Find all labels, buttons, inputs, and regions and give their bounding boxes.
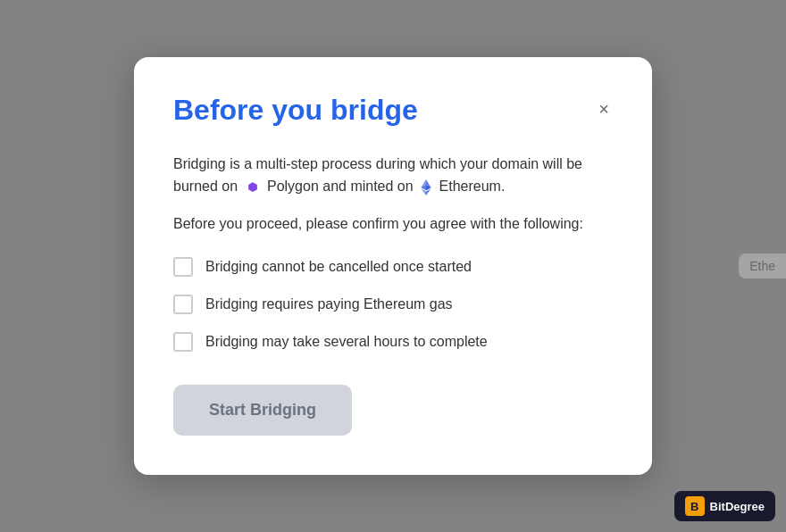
description-end: . xyxy=(501,179,505,194)
modal-dialog: Before you bridge × Bridging is a multi-… xyxy=(134,57,652,474)
modal-title: Before you bridge xyxy=(173,93,418,127)
checkbox-label-1: Bridging cannot be cancelled once starte… xyxy=(205,257,472,277)
checkbox-item-1[interactable]: Bridging cannot be cancelled once starte… xyxy=(173,257,613,277)
polygon-icon xyxy=(245,179,261,195)
checkbox-2[interactable] xyxy=(173,295,193,314)
description-text: Bridging is a multi-step process during … xyxy=(173,153,613,198)
checkbox-item-3[interactable]: Bridging may take several hours to compl… xyxy=(173,332,613,352)
close-button[interactable]: × xyxy=(595,96,613,121)
description-part2: and minted on xyxy=(322,179,417,194)
checkbox-label-2: Bridging requires paying Ethereum gas xyxy=(205,295,453,314)
bitdegree-label: BitDegree xyxy=(710,500,765,513)
ethereum-icon xyxy=(420,179,432,195)
bitdegree-badge: B BitDegree xyxy=(674,491,775,521)
ethereum-name: Ethereum xyxy=(439,179,501,194)
ethereum-icon-wrapper xyxy=(420,179,432,195)
checkboxes-container: Bridging cannot be cancelled once starte… xyxy=(173,257,613,353)
checkbox-label-3: Bridging may take several hours to compl… xyxy=(205,332,488,352)
polygon-name: Polygon xyxy=(267,179,319,194)
checkbox-3[interactable] xyxy=(173,332,193,352)
checkbox-1[interactable] xyxy=(173,257,193,277)
bitdegree-icon: B xyxy=(685,496,705,516)
modal-header: Before you bridge × xyxy=(173,93,613,127)
checkbox-item-2[interactable]: Bridging requires paying Ethereum gas xyxy=(173,295,613,314)
polygon-icon-wrapper xyxy=(245,179,261,195)
confirm-text: Before you proceed, please confirm you a… xyxy=(173,212,613,236)
start-bridging-button[interactable]: Start Bridging xyxy=(173,385,352,436)
background-ethereum-label: Ethe xyxy=(739,254,786,278)
